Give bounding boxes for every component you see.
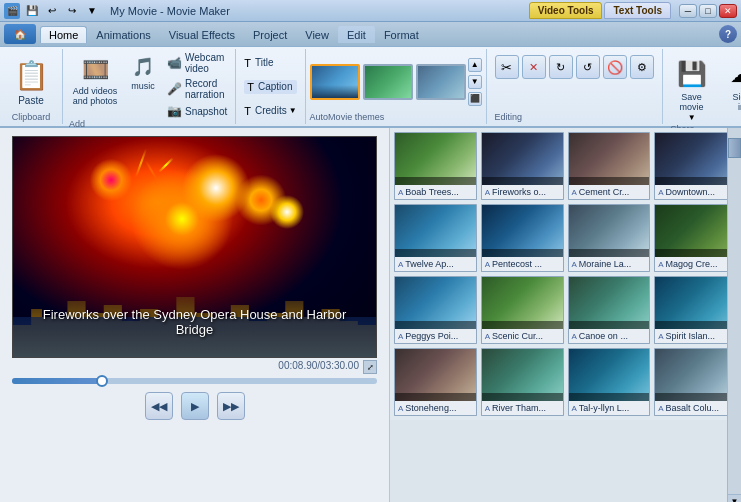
progress-thumb[interactable] bbox=[96, 375, 108, 387]
clip-label-text: Basalt Colu... bbox=[666, 403, 720, 413]
home-menu-btn[interactable]: 🏠 bbox=[4, 24, 36, 44]
quick-access-dropdown[interactable]: ▼ bbox=[83, 2, 101, 20]
clip-thumbnail bbox=[482, 133, 564, 185]
tab-format[interactable]: Format bbox=[375, 26, 428, 43]
clip-thumbnail bbox=[569, 277, 651, 329]
add-videos-button[interactable]: 🎞️ Add videosand photos bbox=[69, 51, 121, 119]
clip-thumbnail bbox=[655, 205, 737, 257]
clip-item[interactable]: A Magog Cre... bbox=[654, 204, 737, 272]
clips-row: A Boab Trees... A Fireworks o... bbox=[394, 132, 737, 200]
clip-item[interactable]: A Fireworks o... bbox=[481, 132, 564, 200]
clip-label-text: Magog Cre... bbox=[666, 259, 718, 269]
title-button[interactable]: TTitle bbox=[244, 57, 296, 69]
clip-item[interactable]: A Spirit Islan... bbox=[654, 276, 737, 344]
clipboard-label: Clipboard bbox=[12, 112, 51, 122]
themes-list bbox=[310, 64, 466, 100]
clip-item[interactable]: A Basalt Colu... bbox=[654, 348, 737, 416]
clip-thumbnail bbox=[395, 133, 477, 185]
window-controls: ─ □ ✕ bbox=[679, 4, 737, 18]
edit-remove-btn[interactable]: 🚫 bbox=[603, 55, 627, 79]
clip-label-text: Fireworks o... bbox=[492, 187, 546, 197]
clip-label-text: Boab Trees... bbox=[405, 187, 459, 197]
clip-label-text: Moraine La... bbox=[579, 259, 632, 269]
title-bar: 🎬 💾 ↩ ↪ ▼ My Movie - Movie Maker Video T… bbox=[0, 0, 741, 22]
webcam-button[interactable]: 📹 Webcam video bbox=[165, 51, 229, 75]
save-quick-btn[interactable]: 💾 bbox=[23, 2, 41, 20]
clip-item[interactable]: A River Tham... bbox=[481, 348, 564, 416]
clip-label-icon: A bbox=[398, 332, 403, 341]
edit-delete-btn[interactable]: ✕ bbox=[522, 55, 546, 79]
caption-button[interactable]: TCaption bbox=[244, 80, 296, 94]
edit-rotate-btn[interactable]: ↻ bbox=[549, 55, 573, 79]
help-button[interactable]: ? bbox=[719, 25, 737, 43]
video-tools-tab[interactable]: Video Tools bbox=[529, 2, 603, 19]
clip-label-icon: A bbox=[572, 188, 577, 197]
clip-item[interactable]: A Pentecost ... bbox=[481, 204, 564, 272]
clips-scrollbar[interactable]: ▼ bbox=[727, 128, 741, 502]
tab-edit[interactable]: Edit bbox=[338, 26, 375, 43]
clip-thumbnail bbox=[482, 277, 564, 329]
edit-cut-btn[interactable]: ✂ bbox=[495, 55, 519, 79]
expand-button[interactable]: ⤢ bbox=[363, 360, 377, 374]
app-icon: 🎬 bbox=[4, 3, 20, 19]
text-tools-tab[interactable]: Text Tools bbox=[604, 2, 671, 19]
clip-item[interactable]: A Cement Cr... bbox=[568, 132, 651, 200]
themes-up-btn[interactable]: ▲ bbox=[468, 58, 482, 72]
maximize-button[interactable]: □ bbox=[699, 4, 717, 18]
clip-label-icon: A bbox=[398, 260, 403, 269]
clip-label-icon: A bbox=[398, 404, 403, 413]
clip-item[interactable]: A Scenic Cur... bbox=[481, 276, 564, 344]
play-button[interactable]: ▶ bbox=[181, 392, 209, 420]
tab-project[interactable]: Project bbox=[244, 26, 296, 43]
undo-quick-btn[interactable]: ↩ bbox=[43, 2, 61, 20]
scrollbar-thumb[interactable] bbox=[728, 138, 741, 158]
scroll-down-btn[interactable]: ▼ bbox=[728, 494, 741, 502]
tab-animations[interactable]: Animations bbox=[87, 26, 159, 43]
edit-settings-btn[interactable]: ⚙ bbox=[630, 55, 654, 79]
theme-item-1[interactable] bbox=[310, 64, 360, 100]
paste-button[interactable]: 📋 Paste bbox=[8, 55, 54, 108]
theme-item-2[interactable] bbox=[363, 64, 413, 100]
clip-label-icon: A bbox=[572, 404, 577, 413]
clip-item[interactable]: A Tal-y-llyn L... bbox=[568, 348, 651, 416]
edit-rotate2-btn[interactable]: ↺ bbox=[576, 55, 600, 79]
minimize-button[interactable]: ─ bbox=[679, 4, 697, 18]
progress-fill bbox=[12, 378, 103, 384]
clip-item[interactable]: A Moraine La... bbox=[568, 204, 651, 272]
snapshot-button[interactable]: 📷 Snapshot bbox=[165, 103, 229, 119]
title-bar-left: 🎬 💾 ↩ ↪ ▼ My Movie - Movie Maker bbox=[4, 2, 529, 20]
credits-button[interactable]: TCredits ▼ bbox=[244, 105, 296, 117]
clip-thumbnail bbox=[655, 349, 737, 401]
redo-quick-btn[interactable]: ↪ bbox=[63, 2, 81, 20]
themes-more-btn[interactable]: ⬛ bbox=[468, 92, 482, 106]
video-caption-text: Fireworks over the Sydney Opera House an… bbox=[13, 307, 376, 337]
preview-panel: Fireworks over the Sydney Opera House an… bbox=[0, 128, 390, 502]
tab-home[interactable]: Home bbox=[40, 26, 87, 43]
clips-row: A Twelve Ap... A Pentecost ... bbox=[394, 204, 737, 272]
tab-view[interactable]: View bbox=[296, 26, 338, 43]
clip-label-text: Peggys Poi... bbox=[405, 331, 458, 341]
clip-item[interactable]: A Downtown... bbox=[654, 132, 737, 200]
add-music-button[interactable]: 🎵 music bbox=[125, 51, 161, 119]
narrate-button[interactable]: 🎤 Record narration bbox=[165, 77, 229, 101]
sign-in-button[interactable]: ☁ Signin bbox=[721, 53, 741, 115]
clip-thumbnail bbox=[655, 133, 737, 185]
clip-item[interactable]: A Peggys Poi... bbox=[394, 276, 477, 344]
forward-button[interactable]: ▶▶ bbox=[217, 392, 245, 420]
tab-visual-effects[interactable]: Visual Effects bbox=[160, 26, 244, 43]
clip-thumbnail bbox=[569, 205, 651, 257]
share-group: 💾 Savemovie ▼ ☁ Signin Share bbox=[663, 49, 741, 124]
save-movie-button[interactable]: 💾 Savemovie ▼ bbox=[671, 53, 713, 124]
close-button[interactable]: ✕ bbox=[719, 4, 737, 18]
clip-item[interactable]: A Canoe on ... bbox=[568, 276, 651, 344]
clip-item[interactable]: A Boab Trees... bbox=[394, 132, 477, 200]
clip-label-icon: A bbox=[398, 188, 403, 197]
ribbon: 🏠 Home Animations Visual Effects Project… bbox=[0, 22, 741, 128]
theme-item-3[interactable] bbox=[416, 64, 466, 100]
caption-group: TTitle TCaption TCredits ▼ bbox=[236, 49, 305, 124]
rewind-button[interactable]: ◀◀ bbox=[145, 392, 173, 420]
timeline-progress[interactable] bbox=[12, 378, 377, 384]
clip-item[interactable]: A Twelve Ap... bbox=[394, 204, 477, 272]
themes-down-btn[interactable]: ▼ bbox=[468, 75, 482, 89]
clip-item[interactable]: A Stoneheng... bbox=[394, 348, 477, 416]
